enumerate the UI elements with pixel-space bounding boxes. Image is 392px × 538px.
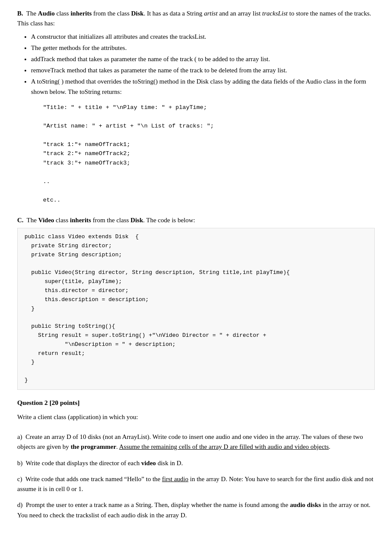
part-a-text: a) Create an array D of 10 disks (not an… bbox=[17, 432, 375, 452]
section-c-label: C. bbox=[17, 217, 24, 224]
part-b-text: b) Write code that displays the director… bbox=[17, 458, 375, 468]
bullet-5: A toString( ) method that overrides the … bbox=[31, 76, 375, 97]
section-b: B. The Audio class inherits from the cla… bbox=[17, 9, 375, 208]
section-b-label: B. bbox=[17, 10, 23, 17]
bullet-3: addTrack method that takes as parameter … bbox=[31, 54, 375, 64]
bullet-4: removeTrack method that takes as paramet… bbox=[31, 65, 375, 75]
bullet-1: A constructor that initializes all attri… bbox=[31, 31, 375, 42]
section-b-header: B. The Audio class inherits from the cla… bbox=[17, 9, 375, 29]
part-d: d) Prompt the user to enter a track name… bbox=[17, 500, 375, 520]
part-a: a) Create an array D of 10 disks (not an… bbox=[17, 432, 375, 452]
part-d-text: d) Prompt the user to enter a track name… bbox=[17, 500, 375, 520]
question-2-header: Question 2 [20 points] bbox=[17, 398, 375, 408]
section-c: C. The Video class inherits from the cla… bbox=[17, 215, 375, 390]
part-c: c) Write code that adds one track named … bbox=[17, 474, 375, 494]
section-b-code: "Title: " + title + "\nPlay time: " + pl… bbox=[17, 100, 375, 208]
section-c-code: public class Video extends Disk { privat… bbox=[17, 228, 375, 390]
question-2-intro: Write a client class (application) in wh… bbox=[17, 412, 375, 422]
part-b: b) Write code that displays the director… bbox=[17, 458, 375, 468]
section-b-bullets: A constructor that initializes all attri… bbox=[31, 31, 375, 97]
section-c-header: C. The Video class inherits from the cla… bbox=[17, 215, 375, 225]
bullet-2: The getter methods for the attributes. bbox=[31, 43, 375, 53]
part-c-text: c) Write code that adds one track named … bbox=[17, 474, 375, 494]
question-2: Question 2 [20 points] Write a client cl… bbox=[17, 398, 375, 520]
